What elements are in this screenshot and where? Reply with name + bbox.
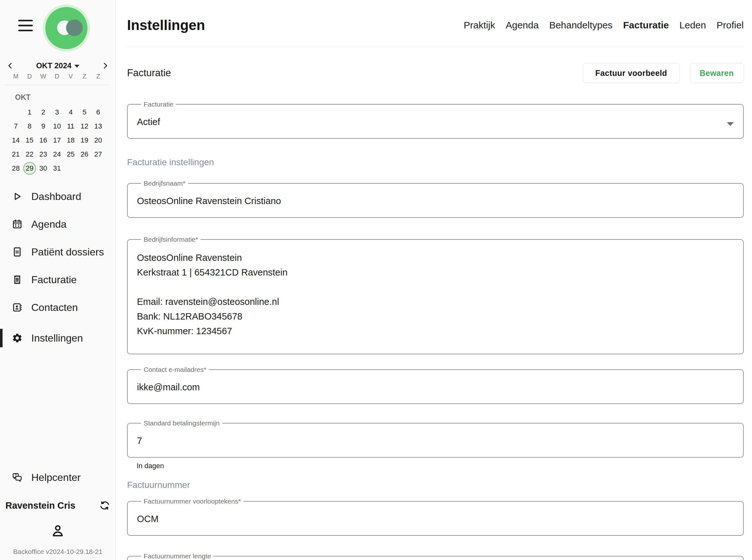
calendar-icon — [12, 219, 23, 229]
sidebar-item-label: Facturatie — [31, 274, 77, 286]
calendar-day[interactable]: 2 — [36, 105, 50, 119]
calendar-empty-cell — [91, 161, 105, 175]
bedrijfsinformatie-textarea[interactable]: OsteosOnline Ravenstein Kerkstraat 1 | 6… — [137, 243, 734, 354]
calendar-day[interactable]: 12 — [78, 119, 91, 133]
calendar-day[interactable]: 7 — [9, 119, 23, 133]
tab-behandeltypes[interactable]: Behandeltypes — [549, 20, 613, 31]
tab-praktijk[interactable]: Praktijk — [464, 20, 495, 31]
invoice-preview-button[interactable]: Factuur voorbeeld — [583, 63, 679, 83]
practice-logo — [42, 4, 90, 52]
tab-profiel[interactable]: Profiel — [717, 20, 744, 31]
sidebar-item-facturatie[interactable]: Facturatie — [0, 271, 115, 288]
weekday-header: M — [13, 73, 19, 80]
user-row: Ravenstein Cris — [5, 498, 111, 513]
receipt-icon — [12, 274, 23, 285]
factuurnummer-heading: Factuurnummer — [127, 480, 744, 490]
calendar-day[interactable]: 24 — [50, 147, 64, 161]
tab-facturatie[interactable]: Facturatie — [623, 20, 669, 31]
switch-account-icon[interactable] — [99, 499, 111, 512]
betalingstermijn-helper-text: In dagen — [137, 462, 744, 470]
calendar-day[interactable]: 1 — [23, 105, 36, 119]
betalingstermijn-input[interactable]: 7 — [137, 427, 734, 457]
calendar-day[interactable]: 23 — [36, 147, 50, 161]
calendar-header: OKT 2024 — [0, 60, 116, 72]
header-tabs: PraktijkAgendaBehandeltypesFacturatieLed… — [464, 20, 744, 31]
calendar-month-label: OKT 2024 — [36, 61, 72, 70]
calendar-grid: 1234567891011121314151617181920212223242… — [9, 105, 105, 175]
calendar-day[interactable]: 31 — [50, 161, 64, 175]
calendar-day[interactable]: 8 — [23, 119, 36, 133]
helpcenter-chat-icon: ? — [12, 472, 23, 483]
bedrijfsnaam-label: Bedrijfsnaam* — [141, 180, 188, 187]
profile-person-icon[interactable] — [51, 524, 65, 538]
calendar-day[interactable]: 4 — [64, 105, 78, 119]
calendar-day[interactable]: 6 — [91, 105, 105, 119]
calendar-day[interactable]: 25 — [64, 147, 78, 161]
facturatie-instellingen-heading: Facturatie instellingen — [127, 157, 744, 167]
main-content: Instellingen PraktijkAgendaBehandeltypes… — [116, 0, 752, 560]
weekday-header: Z — [82, 73, 86, 80]
contact-email-input[interactable]: ikke@mail.com — [137, 374, 734, 403]
voorlooptekens-input[interactable]: OCM — [137, 505, 734, 535]
header-divider — [127, 46, 744, 47]
calendar-day[interactable]: 28 — [9, 161, 23, 175]
sidebar-item-dashboard[interactable]: Dashboard — [0, 187, 115, 205]
calendar-next-month-button[interactable] — [100, 61, 111, 71]
voorlooptekens-field: Factuurnummer voorlooptekens* OCM — [127, 498, 744, 536]
sidebar-item-label: Helpcenter — [31, 472, 81, 483]
sidebar-item-instellingen[interactable]: Instellingen — [0, 329, 115, 347]
calendar-day[interactable]: 3 — [50, 105, 64, 119]
tab-leden[interactable]: Leden — [679, 20, 706, 31]
bedrijfsnaam-input[interactable]: OsteosOnline Ravenstein Cristiano — [137, 187, 734, 217]
sidebar-item-label: Contacten — [31, 302, 78, 314]
calendar-divider — [5, 85, 110, 85]
calendar-day[interactable]: 16 — [36, 133, 50, 147]
sidebar-item-agenda[interactable]: Agenda — [0, 215, 115, 233]
calendar-day[interactable]: 14 — [9, 133, 23, 147]
calendar-day[interactable]: 15 — [23, 133, 36, 147]
calendar-day[interactable]: 30 — [36, 161, 50, 175]
calendar-empty-cell — [9, 105, 23, 119]
calendar-day[interactable]: 21 — [9, 147, 23, 161]
section-title: Facturatie — [127, 67, 171, 79]
calendar-day[interactable]: 18 — [64, 133, 78, 147]
user-name: Ravenstein Cris — [5, 500, 75, 511]
calendar-day[interactable]: 9 — [36, 119, 50, 133]
sidebar-item-label: Dashboard — [31, 191, 81, 202]
app-version-label: Backoffice v2024-10-29.18-21 — [0, 548, 116, 556]
betalingstermijn-field: Standard betalingstermijn 7 — [127, 419, 744, 458]
save-button[interactable]: Bewaren — [690, 63, 744, 83]
calendar-day[interactable]: 11 — [64, 119, 78, 133]
calendar-day[interactable]: 5 — [78, 105, 91, 119]
calendar-day[interactable]: 29 — [23, 161, 36, 175]
sidebar-item-contacten[interactable]: Contacten — [0, 299, 115, 316]
calendar-day[interactable]: 20 — [91, 133, 105, 147]
sidebar-item-patient-dossiers[interactable]: Patiënt dossiers — [0, 243, 115, 261]
tab-agenda[interactable]: Agenda — [506, 20, 538, 31]
calendar-day[interactable]: 27 — [91, 147, 105, 161]
calendar-weekday-headers: MDWDVZZ — [9, 73, 105, 80]
gear-icon — [12, 333, 23, 343]
calendar-day[interactable]: 22 — [23, 147, 36, 161]
calendar-empty-cell — [64, 161, 78, 175]
chevron-down-icon — [74, 65, 79, 67]
facturatie-select-value[interactable]: Actief — [137, 108, 734, 138]
calendar-empty-cell — [78, 161, 91, 175]
bedrijfsinformatie-label: Bedrijfsinformatie* — [141, 236, 200, 243]
calendar-day[interactable]: 26 — [78, 147, 91, 161]
calendar-month-selector[interactable]: OKT 2024 — [0, 60, 116, 72]
calendar-day[interactable]: 10 — [50, 119, 64, 133]
weekday-header: V — [69, 73, 73, 80]
calendar-day[interactable]: 17 — [50, 133, 64, 147]
sidebar-item-helpcenter[interactable]: ? Helpcenter — [0, 468, 115, 486]
calendar-day[interactable]: 19 — [78, 133, 91, 147]
weekday-header: W — [40, 73, 46, 80]
sidebar-item-label: Patiënt dossiers — [31, 246, 104, 258]
sidebar-item-label: Instellingen — [31, 332, 83, 344]
calendar-month-short-label: OKT — [15, 93, 31, 102]
dropdown-caret-icon[interactable] — [727, 122, 734, 126]
facturatie-select-label: Facturatie — [141, 100, 176, 108]
hamburger-menu-icon[interactable] — [18, 19, 33, 32]
factuurnummer-lengte-label: Factuurnummer lengte — [141, 552, 214, 560]
calendar-day[interactable]: 13 — [91, 119, 105, 133]
